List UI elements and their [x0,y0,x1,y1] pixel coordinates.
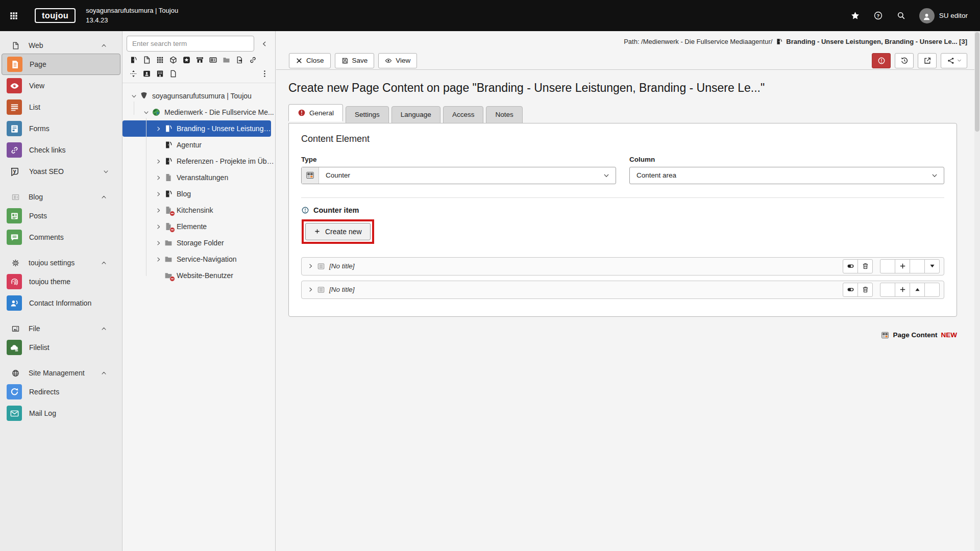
grid9-icon[interactable] [156,56,164,64]
expander-right[interactable] [307,287,314,292]
sidebar-item-contact-information[interactable]: Contact Information [0,292,122,314]
help-icon[interactable] [873,11,883,20]
expander-right[interactable] [154,224,162,230]
open-in-new-window-button[interactable] [918,53,937,68]
view-button[interactable]: View [378,53,417,68]
tree-node-soyagunsarufutsumura-toujou[interactable]: soyagunsarufutsumura | Toujou [122,88,275,104]
tab-access[interactable]: Access [443,106,484,123]
delete-button[interactable] [857,283,873,297]
sidebar-item-toujou-theme[interactable]: toujou theme [0,271,122,292]
share-button[interactable] [941,53,967,68]
create-new-button[interactable]: Create new [305,223,371,240]
sidebar-section-blog[interactable]: Blog [0,189,122,205]
sidebar-item-filelist[interactable]: Filelist [0,337,122,358]
expander-right[interactable] [154,126,162,132]
expander-right[interactable] [154,159,162,164]
column-select[interactable]: Content area [629,167,944,184]
page-title: Create new Page Content on page "Brandin… [288,81,957,95]
sidebar-section-file[interactable]: File [0,320,122,337]
inline-record-row[interactable]: [No title] [301,257,944,276]
door-icon [164,140,173,149]
expander-right[interactable] [307,263,314,269]
divider-icon[interactable] [129,69,138,78]
building-icon[interactable] [156,69,164,78]
history-button[interactable] [895,53,914,68]
delete-button[interactable] [857,259,873,273]
close-button[interactable]: Close [289,53,331,68]
tree-guide [134,102,134,115]
tree-node-veranstaltungen[interactable]: Veranstaltungen [122,169,275,186]
record-title: [No title] [329,262,355,270]
expander-right[interactable] [154,175,162,181]
expander-right[interactable] [154,240,162,246]
tree-node-referenzen-projekte-im-be[interactable]: Referenzen - Projekte im Übe... [122,153,275,169]
expander-right[interactable] [154,208,162,213]
sidebar-item-label: Redirects [29,388,59,396]
move-down-button[interactable] [924,259,940,273]
shop-icon[interactable] [195,56,204,64]
tree-node-website-benutzer[interactable]: Website-Benutzer [122,267,275,284]
sidebar-item-page[interactable]: Page [2,54,120,75]
error-status-button[interactable] [872,53,891,68]
tree-node-kitchensink[interactable]: Kitchensink [122,202,275,218]
card-icon[interactable] [209,56,217,64]
yoast-icon [7,164,22,179]
tree-search-input[interactable] [127,36,254,52]
tree-node-service-navigation[interactable]: Service-Navigation [122,251,275,267]
starbadge-icon[interactable] [182,56,191,64]
toggle-visibility-button[interactable] [843,259,858,273]
sidebar-section-web[interactable]: Web [0,37,122,54]
sidebar-item-check-links[interactable]: Check links [0,139,122,161]
new-record-button[interactable] [895,283,910,297]
type-select[interactable]: Counter [301,167,616,184]
tree-node-branding-unsere-leistungen[interactable]: Branding - Unsere Leistungen [122,120,271,137]
sidebar-item-mail-log[interactable]: Mail Log [0,403,122,424]
inline-record-row[interactable]: [No title] [301,281,944,299]
sidebar-item-list[interactable]: List [0,96,122,118]
blankdoc-icon[interactable] [169,69,178,78]
sidebar-item-yoast-seo[interactable]: Yoast SEO [0,161,122,182]
expander-right[interactable] [154,257,162,262]
tree-node-agentur[interactable]: Agentur [122,137,275,153]
tab-settings[interactable]: Settings [346,106,389,123]
pagearrow-icon[interactable] [235,56,244,64]
new-record-button[interactable] [895,259,910,273]
sidebar-item-forms[interactable]: Forms [0,118,122,139]
tab-label: Access [452,111,475,118]
toggle-visibility-button[interactable] [843,283,858,297]
folder-icon[interactable] [222,56,231,64]
tab-language[interactable]: Language [391,106,440,123]
door-icon[interactable] [129,56,138,64]
more-options-icon[interactable] [260,69,269,78]
move-up-button[interactable] [910,283,925,297]
fingerprint-icon [10,277,19,287]
module-grid-button[interactable] [0,0,28,31]
sidebar-item-redirects[interactable]: Redirects [0,381,122,403]
sidebar-item-view[interactable]: View [0,75,122,96]
expander-down[interactable] [142,110,150,115]
tree-node-elemente[interactable]: Elemente [122,218,275,235]
tab-notes[interactable]: Notes [486,106,522,123]
doc-icon[interactable] [142,56,151,64]
save-button[interactable]: Save [335,53,375,68]
scrollbar[interactable] [974,31,980,551]
search-icon[interactable] [896,11,906,20]
sidebar-section-site-management[interactable]: Site Management [0,365,122,381]
scrollbar-thumb[interactable] [975,32,979,132]
bookmark-star-icon[interactable] [850,11,860,20]
expander-down[interactable] [130,93,138,99]
sidebar-item-comments[interactable]: Comments [0,227,122,248]
user-menu[interactable]: SU editor [919,8,968,23]
toujou-logo[interactable]: toujou [35,8,76,23]
tree-node-storage-folder[interactable]: Storage Folder [122,235,275,251]
tab-general[interactable]: General [288,104,343,121]
cube-icon[interactable] [169,56,178,64]
tree-node-medienwerk-die-fullservice-me[interactable]: Medienwerk - Die Fullservice Me... [122,104,275,120]
tree-node-blog[interactable]: Blog [122,186,275,202]
link-icon[interactable] [249,56,257,64]
collapse-tree-button[interactable] [258,37,271,51]
expander-right[interactable] [154,191,162,197]
sidebar-section-toujou-settings[interactable]: toujou settings [0,255,122,271]
sidebar-item-posts[interactable]: Posts [0,205,122,227]
personcard-icon[interactable] [142,69,151,78]
